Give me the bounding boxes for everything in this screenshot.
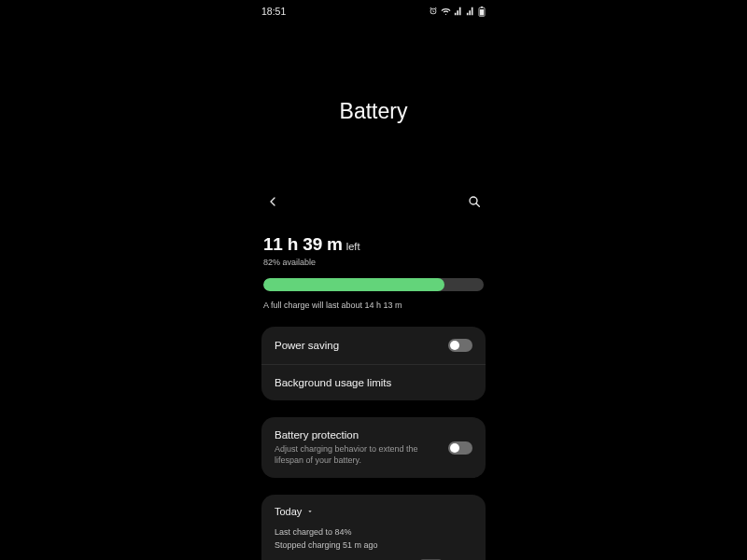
battery-protection-toggle[interactable]	[448, 441, 472, 455]
power-saving-row[interactable]: Power saving	[261, 327, 486, 364]
time-left-value: 11 h 39 m	[263, 234, 343, 255]
settings-card-2: Battery protection Adjust charging behav…	[261, 417, 486, 478]
phone-frame: 18:51 Battery	[248, 0, 499, 560]
svg-rect-2	[480, 9, 484, 15]
battery-status-icon	[478, 7, 486, 17]
alarm-icon	[429, 7, 438, 16]
status-icons	[429, 7, 486, 17]
percent-available: 82% available	[263, 258, 484, 267]
battery-bar	[263, 278, 484, 291]
last-charged-line: Last charged to 84%	[275, 526, 472, 539]
battery-protection-title: Battery protection	[275, 429, 439, 441]
background-limits-row[interactable]: Background usage limits	[261, 364, 486, 400]
battery-estimate: 11 h 39 m left 82% available A full char…	[261, 217, 486, 310]
appbar	[248, 189, 499, 217]
today-dropdown[interactable]: Today	[275, 506, 472, 517]
search-button[interactable]	[467, 194, 482, 213]
battery-bar-fill	[263, 278, 444, 291]
svg-line-4	[476, 203, 479, 206]
wifi-icon	[441, 7, 451, 16]
full-charge-note: A full charge will last about 14 h 13 m	[263, 301, 484, 310]
battery-protection-desc: Adjust charging behavior to extend the l…	[275, 443, 439, 466]
power-saving-toggle[interactable]	[448, 339, 472, 352]
signal-icon	[454, 7, 463, 16]
settings-card-1: Power saving Background usage limits	[261, 327, 486, 400]
power-saving-label: Power saving	[275, 340, 339, 351]
usage-card: Today Last charged to 84% Stopped chargi…	[261, 495, 486, 560]
signal2-icon	[466, 7, 475, 16]
usage-summary: Last charged to 84% Stopped charging 51 …	[275, 526, 472, 552]
chevron-down-icon	[306, 506, 314, 517]
back-button[interactable]	[265, 194, 280, 213]
time-left-label: left	[346, 241, 360, 252]
battery-protection-row[interactable]: Battery protection Adjust charging behav…	[261, 417, 486, 478]
status-bar: 18:51	[248, 0, 499, 17]
background-limits-label: Background usage limits	[275, 377, 391, 388]
today-label: Today	[275, 506, 302, 517]
hero: Battery	[248, 17, 499, 189]
status-time: 18:51	[261, 6, 286, 17]
stopped-charging-line: Stopped charging 51 m ago	[275, 539, 472, 553]
page-title: Battery	[248, 99, 499, 124]
svg-rect-1	[481, 7, 483, 7]
content: 11 h 39 m left 82% available A full char…	[248, 217, 499, 560]
